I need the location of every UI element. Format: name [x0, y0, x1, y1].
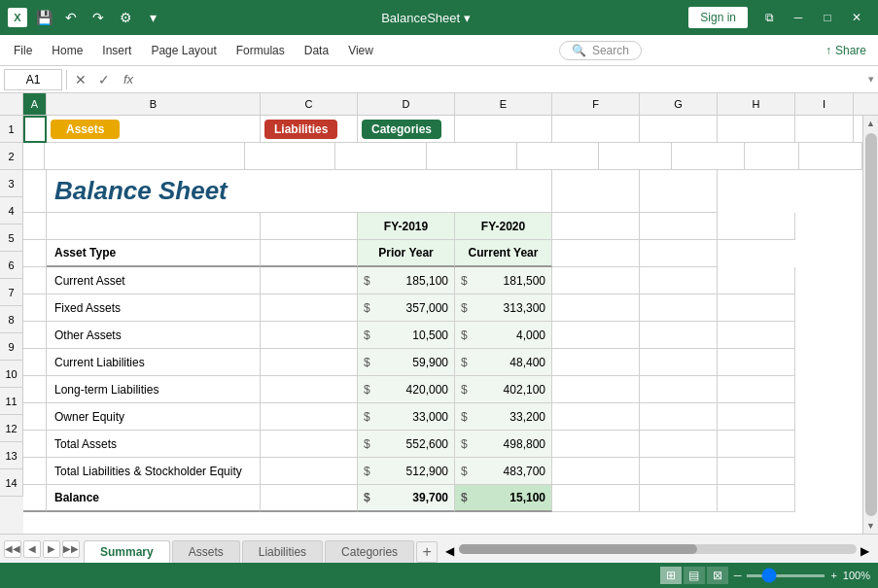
cell-G14[interactable] — [640, 485, 718, 512]
cell-F10[interactable] — [552, 376, 640, 403]
row-header-8[interactable]: 8 — [0, 306, 23, 333]
cell-F3[interactable] — [552, 170, 640, 213]
cell-H10[interactable] — [718, 376, 795, 403]
cell-F14[interactable] — [552, 485, 640, 512]
tab-categories[interactable]: Categories — [325, 540, 414, 563]
cell-F13[interactable] — [552, 458, 640, 485]
cell-C10[interactable] — [261, 376, 358, 403]
cell-G13[interactable] — [640, 458, 718, 485]
cell-H4[interactable] — [718, 213, 795, 240]
cell-A14[interactable] — [23, 485, 47, 512]
cell-B13[interactable]: Total Liabilities & Stockholder Equity — [47, 458, 261, 485]
cell-H2[interactable] — [672, 143, 745, 170]
col-header-C[interactable]: C — [261, 93, 358, 115]
cell-D4-fy2019[interactable]: FY-2019 — [358, 213, 455, 240]
row-header-4[interactable]: 4 — [0, 197, 23, 225]
formula-input[interactable] — [143, 73, 864, 86]
menu-insert[interactable]: Insert — [92, 40, 141, 61]
col-header-H[interactable]: H — [718, 93, 795, 115]
cell-H8[interactable] — [718, 322, 795, 349]
customize-icon[interactable]: ⚙ — [115, 7, 136, 28]
cell-E10[interactable]: $ 402,100 — [455, 376, 552, 403]
h-scroll-left[interactable]: ◀ — [445, 544, 455, 554]
row-header-1[interactable]: 1 — [0, 116, 23, 143]
row-header-6[interactable]: 6 — [0, 252, 23, 279]
menu-file[interactable]: File — [4, 40, 42, 61]
tab-assets[interactable]: Assets — [172, 540, 240, 563]
cell-D6[interactable]: $ 185,100 — [358, 267, 455, 294]
cell-C12[interactable] — [261, 431, 358, 458]
cell-C5[interactable] — [261, 240, 358, 267]
cell-F2[interactable] — [517, 143, 599, 170]
cell-F11[interactable] — [552, 403, 640, 431]
view-break-btn[interactable]: ⊠ — [707, 567, 728, 584]
cell-D5-header[interactable]: Prior Year — [358, 240, 455, 267]
cell-C6[interactable] — [261, 267, 358, 294]
cell-B9[interactable]: Current Liabilities — [47, 349, 261, 376]
share-button[interactable]: ↑ Share — [818, 40, 874, 61]
col-header-G[interactable]: G — [640, 93, 718, 115]
cell-I2[interactable] — [745, 143, 799, 170]
minimize-button[interactable]: ─ — [785, 7, 812, 28]
zoom-minus[interactable]: ─ — [734, 570, 742, 581]
cell-D12[interactable]: $ 552,600 — [358, 431, 455, 458]
restore-button[interactable]: ⧉ — [755, 7, 783, 28]
vertical-scrollbar[interactable]: ▲ ▼ — [862, 116, 878, 534]
cell-B4[interactable] — [47, 213, 261, 240]
filename-dropdown-icon[interactable]: ▾ — [464, 11, 471, 25]
cell-B8[interactable]: Other Assets — [47, 322, 261, 349]
cell-B3[interactable]: Balance Sheet — [47, 170, 552, 213]
cell-A11[interactable] — [23, 403, 47, 431]
cell-D7[interactable]: $ 357,000 — [358, 294, 455, 322]
tab-liabilities[interactable]: Liabilities — [242, 540, 323, 563]
cell-B1[interactable]: Assets — [47, 116, 261, 143]
scroll-down-btn[interactable]: ▼ — [864, 518, 878, 534]
cell-A13[interactable] — [23, 458, 47, 485]
menu-page-layout[interactable]: Page Layout — [141, 40, 226, 61]
cell-D10[interactable]: $ 420,000 — [358, 376, 455, 403]
cell-A7[interactable] — [23, 294, 47, 322]
search-box[interactable]: 🔍 Search — [559, 41, 642, 60]
view-normal-btn[interactable]: ⊞ — [660, 567, 682, 584]
cell-H13[interactable] — [718, 458, 795, 485]
cell-C8[interactable] — [261, 322, 358, 349]
cell-D13[interactable]: $ 512,900 — [358, 458, 455, 485]
undo-icon[interactable]: ↶ — [60, 7, 82, 28]
cell-F7[interactable] — [552, 294, 640, 322]
col-header-A[interactable]: A — [23, 93, 47, 115]
maximize-button[interactable]: □ — [814, 7, 841, 28]
assets-button[interactable]: Assets — [51, 120, 120, 139]
row-header-2[interactable]: 2 — [0, 143, 23, 170]
confirm-formula-button[interactable]: ✓ — [94, 72, 114, 87]
cell-B7[interactable]: Fixed Assets — [47, 294, 261, 322]
cell-C11[interactable] — [261, 403, 358, 431]
col-header-J[interactable]: J — [854, 93, 878, 115]
cell-C2[interactable] — [245, 143, 335, 170]
quick-access-dropdown[interactable]: ▾ — [142, 7, 163, 28]
cell-C13[interactable] — [261, 458, 358, 485]
col-header-B[interactable]: B — [47, 93, 261, 115]
cell-A3[interactable] — [23, 170, 47, 213]
menu-data[interactable]: Data — [295, 40, 338, 61]
cell-E11[interactable]: $ 33,200 — [455, 403, 552, 431]
cell-F4[interactable] — [552, 213, 640, 240]
cell-F5[interactable] — [552, 240, 640, 267]
cell-D1[interactable]: Categories — [358, 116, 455, 143]
cell-J2[interactable] — [799, 143, 862, 170]
cell-E12[interactable]: $ 498,800 — [455, 431, 552, 458]
cell-E6[interactable]: $ 181,500 — [455, 267, 552, 294]
row-header-12[interactable]: 12 — [0, 415, 23, 442]
cancel-formula-button[interactable]: ✕ — [71, 72, 90, 87]
cell-A10[interactable] — [23, 376, 47, 403]
cell-G3[interactable] — [640, 170, 718, 213]
cell-G8[interactable] — [640, 322, 718, 349]
sheet-nav-first[interactable]: ◀◀ — [4, 540, 21, 558]
scroll-thumb[interactable] — [865, 133, 877, 516]
col-header-F[interactable]: F — [552, 93, 640, 115]
menu-view[interactable]: View — [338, 40, 383, 61]
cell-F12[interactable] — [552, 431, 640, 458]
cell-F8[interactable] — [552, 322, 640, 349]
cell-E2[interactable] — [427, 143, 517, 170]
zoom-slider[interactable] — [747, 574, 825, 577]
cell-D2[interactable] — [335, 143, 426, 170]
